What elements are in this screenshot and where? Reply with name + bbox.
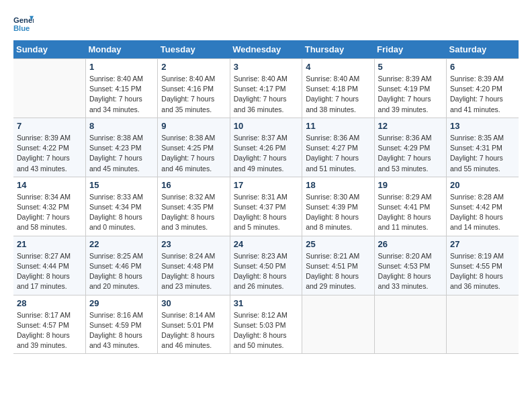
day-number: 4 [306, 62, 370, 72]
weekday-friday: Friday [374, 40, 446, 59]
day-number: 13 [450, 121, 515, 131]
day-number: 21 [17, 239, 82, 249]
day-info: Sunrise: 8:39 AMSunset: 4:22 PMDaylight:… [17, 133, 82, 174]
calendar-cell: 12Sunrise: 8:36 AMSunset: 4:29 PMDayligh… [374, 118, 446, 177]
day-info: Sunrise: 8:14 AMSunset: 5:01 PMDaylight:… [161, 310, 226, 351]
weekday-tuesday: Tuesday [158, 40, 230, 59]
calendar-cell: 31Sunrise: 8:12 AMSunset: 5:03 PMDayligh… [230, 295, 302, 354]
calendar-cell: 30Sunrise: 8:14 AMSunset: 5:01 PMDayligh… [158, 295, 230, 354]
day-number: 31 [234, 298, 298, 308]
day-info: Sunrise: 8:24 AMSunset: 4:48 PMDaylight:… [161, 251, 226, 292]
calendar-cell: 28Sunrise: 8:17 AMSunset: 4:57 PMDayligh… [13, 295, 85, 354]
calendar-cell: 13Sunrise: 8:35 AMSunset: 4:31 PMDayligh… [447, 118, 519, 177]
calendar-cell [302, 295, 374, 354]
calendar-cell: 10Sunrise: 8:37 AMSunset: 4:26 PMDayligh… [230, 118, 302, 177]
calendar-cell [13, 59, 85, 118]
logo: General Blue [13, 13, 34, 34]
calendar-week-4: 28Sunrise: 8:17 AMSunset: 4:57 PMDayligh… [13, 295, 519, 354]
day-number: 27 [450, 239, 515, 249]
calendar-week-3: 21Sunrise: 8:27 AMSunset: 4:44 PMDayligh… [13, 236, 519, 295]
day-number: 23 [161, 239, 226, 249]
weekday-monday: Monday [85, 40, 157, 59]
day-number: 2 [161, 62, 226, 72]
day-info: Sunrise: 8:16 AMSunset: 4:59 PMDaylight:… [89, 310, 154, 351]
calendar-cell: 11Sunrise: 8:36 AMSunset: 4:27 PMDayligh… [302, 118, 374, 177]
day-number: 5 [378, 62, 443, 72]
day-number: 3 [234, 62, 298, 72]
day-info: Sunrise: 8:29 AMSunset: 4:41 PMDaylight:… [378, 192, 443, 233]
day-number: 24 [234, 239, 298, 249]
calendar-cell: 20Sunrise: 8:28 AMSunset: 4:42 PMDayligh… [447, 177, 519, 236]
day-number: 14 [17, 180, 82, 190]
day-number: 15 [89, 180, 154, 190]
day-number: 11 [306, 121, 370, 131]
day-info: Sunrise: 8:38 AMSunset: 4:25 PMDaylight:… [161, 133, 226, 174]
calendar-cell: 3Sunrise: 8:40 AMSunset: 4:17 PMDaylight… [230, 59, 302, 118]
day-info: Sunrise: 8:37 AMSunset: 4:26 PMDaylight:… [234, 133, 298, 174]
calendar-table: SundayMondayTuesdayWednesdayThursdayFrid… [13, 40, 519, 354]
day-info: Sunrise: 8:20 AMSunset: 4:53 PMDaylight:… [378, 251, 443, 292]
calendar-cell: 14Sunrise: 8:34 AMSunset: 4:32 PMDayligh… [13, 177, 85, 236]
calendar-cell: 1Sunrise: 8:40 AMSunset: 4:15 PMDaylight… [85, 59, 157, 118]
calendar-week-0: 1Sunrise: 8:40 AMSunset: 4:15 PMDaylight… [13, 59, 519, 118]
day-info: Sunrise: 8:36 AMSunset: 4:27 PMDaylight:… [306, 133, 370, 174]
day-number: 6 [450, 62, 515, 72]
day-number: 19 [378, 180, 443, 190]
calendar-cell: 26Sunrise: 8:20 AMSunset: 4:53 PMDayligh… [374, 236, 446, 295]
day-number: 25 [306, 239, 370, 249]
day-info: Sunrise: 8:19 AMSunset: 4:55 PMDaylight:… [450, 251, 515, 292]
day-number: 17 [234, 180, 298, 190]
day-number: 18 [306, 180, 370, 190]
calendar-cell: 5Sunrise: 8:39 AMSunset: 4:19 PMDaylight… [374, 59, 446, 118]
day-info: Sunrise: 8:27 AMSunset: 4:44 PMDaylight:… [17, 251, 82, 292]
calendar-cell: 21Sunrise: 8:27 AMSunset: 4:44 PMDayligh… [13, 236, 85, 295]
calendar-cell: 19Sunrise: 8:29 AMSunset: 4:41 PMDayligh… [374, 177, 446, 236]
day-number: 28 [17, 298, 82, 308]
calendar-cell: 16Sunrise: 8:32 AMSunset: 4:35 PMDayligh… [158, 177, 230, 236]
weekday-saturday: Saturday [447, 40, 519, 59]
day-info: Sunrise: 8:39 AMSunset: 4:19 PMDaylight:… [378, 74, 443, 115]
day-number: 22 [89, 239, 154, 249]
calendar-cell [447, 295, 519, 354]
calendar-week-2: 14Sunrise: 8:34 AMSunset: 4:32 PMDayligh… [13, 177, 519, 236]
day-number: 7 [17, 121, 82, 131]
calendar-cell [374, 295, 446, 354]
calendar-cell: 6Sunrise: 8:39 AMSunset: 4:20 PMDaylight… [447, 59, 519, 118]
calendar-cell: 25Sunrise: 8:21 AMSunset: 4:51 PMDayligh… [302, 236, 374, 295]
day-info: Sunrise: 8:32 AMSunset: 4:35 PMDaylight:… [161, 192, 226, 233]
calendar-cell: 17Sunrise: 8:31 AMSunset: 4:37 PMDayligh… [230, 177, 302, 236]
logo-icon: General Blue [13, 13, 34, 34]
day-info: Sunrise: 8:38 AMSunset: 4:23 PMDaylight:… [89, 133, 154, 174]
calendar-cell: 7Sunrise: 8:39 AMSunset: 4:22 PMDaylight… [13, 118, 85, 177]
calendar-cell: 15Sunrise: 8:33 AMSunset: 4:34 PMDayligh… [85, 177, 157, 236]
day-number: 1 [89, 62, 154, 72]
day-info: Sunrise: 8:34 AMSunset: 4:32 PMDaylight:… [17, 192, 82, 233]
calendar-cell: 8Sunrise: 8:38 AMSunset: 4:23 PMDaylight… [85, 118, 157, 177]
day-info: Sunrise: 8:28 AMSunset: 4:42 PMDaylight:… [450, 192, 515, 233]
day-number: 30 [161, 298, 226, 308]
day-number: 12 [378, 121, 443, 131]
day-info: Sunrise: 8:31 AMSunset: 4:37 PMDaylight:… [234, 192, 298, 233]
calendar-week-1: 7Sunrise: 8:39 AMSunset: 4:22 PMDaylight… [13, 118, 519, 177]
day-info: Sunrise: 8:40 AMSunset: 4:17 PMDaylight:… [234, 74, 298, 115]
day-info: Sunrise: 8:40 AMSunset: 4:16 PMDaylight:… [161, 74, 226, 115]
day-info: Sunrise: 8:39 AMSunset: 4:20 PMDaylight:… [450, 74, 515, 115]
calendar-cell: 18Sunrise: 8:30 AMSunset: 4:39 PMDayligh… [302, 177, 374, 236]
day-info: Sunrise: 8:40 AMSunset: 4:15 PMDaylight:… [89, 74, 154, 115]
calendar-cell: 9Sunrise: 8:38 AMSunset: 4:25 PMDaylight… [158, 118, 230, 177]
day-info: Sunrise: 8:30 AMSunset: 4:39 PMDaylight:… [306, 192, 370, 233]
weekday-sunday: Sunday [13, 40, 85, 59]
day-info: Sunrise: 8:17 AMSunset: 4:57 PMDaylight:… [17, 310, 82, 351]
day-number: 16 [161, 180, 226, 190]
day-number: 8 [89, 121, 154, 131]
calendar-body: 1Sunrise: 8:40 AMSunset: 4:15 PMDaylight… [13, 59, 519, 354]
calendar-cell: 24Sunrise: 8:23 AMSunset: 4:50 PMDayligh… [230, 236, 302, 295]
svg-text:Blue: Blue [13, 24, 30, 32]
calendar-cell: 2Sunrise: 8:40 AMSunset: 4:16 PMDaylight… [158, 59, 230, 118]
day-info: Sunrise: 8:36 AMSunset: 4:29 PMDaylight:… [378, 133, 443, 174]
day-number: 26 [378, 239, 443, 249]
calendar-cell: 29Sunrise: 8:16 AMSunset: 4:59 PMDayligh… [85, 295, 157, 354]
weekday-header-row: SundayMondayTuesdayWednesdayThursdayFrid… [13, 40, 519, 59]
day-info: Sunrise: 8:35 AMSunset: 4:31 PMDaylight:… [450, 133, 515, 174]
day-info: Sunrise: 8:25 AMSunset: 4:46 PMDaylight:… [89, 251, 154, 292]
